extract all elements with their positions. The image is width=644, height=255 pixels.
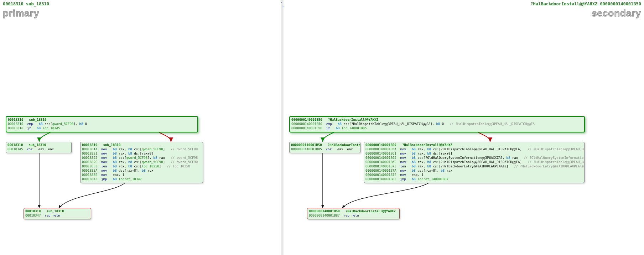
primary-block-body[interactable]: 00018310 sub_183100001831A mov b8 rax, b… [80, 142, 203, 183]
splitter-arrow-left-icon: ◂ [281, 1, 282, 4]
secondary-watermark: secondary [592, 8, 641, 19]
secondary-pane[interactable]: ?HalBackdoorInstall@@YAHXZ 0000000140001… [284, 0, 644, 255]
primary-block-ret[interactable]: 00018310 sub_1831000018347 rep retn [24, 208, 91, 219]
secondary-block-xor[interactable]: 0000000140001B50 ?HalBackdoorInstall@@YA… [289, 142, 360, 153]
secondary-function-header: ?HalBackdoorInstall@@YAHXZ 0000000140001… [530, 1, 641, 6]
primary-block-entry[interactable]: 00018310 sub_1831000018310 cmp b8 cs:[qw… [6, 116, 198, 132]
primary-function-header: 00018310 sub_18310 [3, 1, 49, 6]
primary-block-xor[interactable]: 00018310 sub_1831000018345 xor eax, eax [6, 142, 72, 153]
primary-watermark: primary [3, 8, 39, 19]
secondary-block-ret[interactable]: 0000000140001B50 ?HalBackdoorInstall@@YA… [307, 208, 400, 219]
secondary-block-entry[interactable]: 0000000140001B50 ?HalBackdoorInstall@@YA… [289, 116, 585, 132]
secondary-block-body[interactable]: 0000000140001B50 ?HalBackdoorInstall@@YA… [364, 142, 585, 183]
primary-pane[interactable]: 00018310 sub_18310 primary 00018310 sub_… [0, 0, 281, 255]
